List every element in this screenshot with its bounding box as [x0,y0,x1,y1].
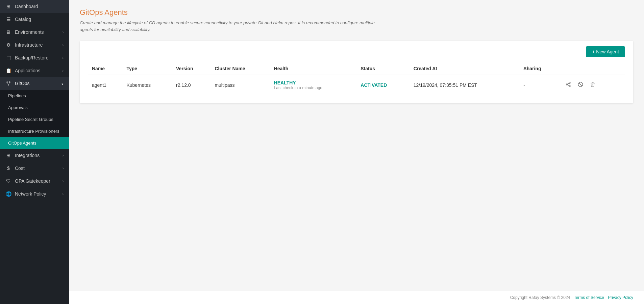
cell-created-at: 12/19/2024, 07:35:51 PM EST [410,75,520,95]
new-agent-button[interactable]: + New Agent [586,46,625,57]
svg-point-7 [569,85,570,86]
copyright-text: Copyright Rafay Systems © 2024 [510,295,570,300]
sidebar-item-applications[interactable]: 📋 Applications › [0,64,69,77]
sidebar-item-backup-restore[interactable]: ⬚ Backup/Restore › [0,51,69,64]
svg-line-3 [7,83,8,84]
svg-line-8 [568,85,569,86]
sidebar: ⊞ Dashboard ☰ Catalog 🖥 Environments › ⚙… [0,0,69,304]
cell-health: HEALTHY Last check-in a minute ago [270,75,357,95]
cell-type: Kubernetes [122,75,172,95]
network-icon: 🌐 [5,191,11,197]
col-header-cluster-name: Cluster Name [210,62,270,75]
sidebar-item-catalog[interactable]: ☰ Catalog [0,13,69,26]
sidebar-label-approvals: Approvals [8,105,64,110]
col-header-type: Type [122,62,172,75]
sidebar-label-pipeline-secret-groups: Pipeline Secret Groups [8,117,64,122]
health-status-label: HEALTHY [274,80,353,85]
delete-button[interactable] [587,80,598,90]
page-title: GitOps Agents [80,8,633,17]
svg-point-2 [8,84,9,85]
sidebar-item-dashboard[interactable]: ⊞ Dashboard [0,0,69,13]
sidebar-item-pipeline-secret-groups[interactable]: Pipeline Secret Groups [0,113,69,125]
chevron-right-icon: › [63,69,64,73]
cell-cluster-name: multipass [210,75,270,95]
chevron-right-icon: › [63,192,64,196]
col-header-created-at: Created At [410,62,520,75]
main-content: GitOps Agents Create and manage the life… [69,0,644,304]
share-button[interactable] [563,80,574,90]
content-area: GitOps Agents Create and manage the life… [69,0,644,291]
sidebar-item-network-policy[interactable]: 🌐 Network Policy › [0,187,69,200]
cell-version: r2.12.0 [172,75,210,95]
chevron-right-icon: › [63,30,64,34]
sidebar-item-environments[interactable]: 🖥 Environments › [0,26,69,39]
sidebar-label-infrastructure: Infrastructure [15,42,59,48]
col-header-version: Version [172,62,210,75]
col-header-status: Status [356,62,409,75]
col-header-health: Health [270,62,357,75]
cell-name: agent1 [88,75,122,95]
page-description: Create and manage the lifecycle of CD ag… [80,20,384,33]
sidebar-label-catalog: Catalog [15,17,64,22]
col-header-sharing: Sharing [519,62,559,75]
sidebar-item-approvals[interactable]: Approvals [0,102,69,113]
chevron-right-icon: › [63,154,64,157]
sharing-value: - [523,82,525,88]
sidebar-item-opa-gatekeeper[interactable]: 🛡 OPA Gatekeeper › [0,175,69,187]
cost-icon: $ [5,165,11,171]
svg-line-4 [8,83,10,84]
sidebar-item-cost[interactable]: $ Cost › [0,162,69,175]
table-header-row: Name Type Version Cluster Name Health St… [88,62,625,75]
health-sub-label: Last check-in a minute ago [274,85,353,90]
sidebar-label-gitops-agents: GitOps Agents [8,141,64,146]
col-header-actions [559,62,625,75]
svg-point-5 [569,82,570,83]
cell-row-actions [559,75,625,95]
svg-point-1 [9,82,10,83]
agents-table: Name Type Version Cluster Name Health St… [88,62,625,95]
disable-button[interactable] [575,80,586,90]
svg-point-0 [7,82,8,83]
sidebar-item-infrastructure[interactable]: ⚙ Infrastructure › [0,39,69,51]
chevron-right-icon: › [63,43,64,47]
dashboard-icon: ⊞ [5,3,11,9]
privacy-link[interactable]: Privacy Policy [608,295,633,300]
sidebar-item-gitops-agents[interactable]: GitOps Agents [0,137,69,149]
applications-icon: 📋 [5,68,11,74]
sidebar-label-pipelines: Pipelines [8,93,64,98]
chevron-right-icon: › [63,167,64,170]
sidebar-label-integrations: Integrations [15,153,59,158]
backup-icon: ⬚ [5,55,11,61]
gitops-submenu: Pipelines Approvals Pipeline Secret Grou… [0,90,69,149]
sidebar-item-gitops[interactable]: GitOps ∨ [0,77,69,90]
sidebar-label-infra-provisioners: Infrastructure Provisioners [8,129,64,134]
sidebar-label-applications: Applications [15,68,59,73]
infrastructure-icon: ⚙ [5,42,11,48]
sidebar-item-pipelines[interactable]: Pipelines [0,90,69,102]
svg-line-11 [579,83,582,86]
table-actions: + New Agent [88,46,625,57]
col-header-name: Name [88,62,122,75]
status-badge: ACTIVATED [361,82,387,88]
sidebar-item-integrations[interactable]: ⊞ Integrations › [0,149,69,162]
sidebar-item-infrastructure-provisioners[interactable]: Infrastructure Provisioners [0,125,69,137]
sidebar-label-environments: Environments [15,29,59,35]
chevron-right-icon: › [63,179,64,183]
sidebar-label-opa-gatekeeper: OPA Gatekeeper [15,178,59,184]
chevron-right-icon: › [63,56,64,60]
svg-point-6 [566,84,568,85]
sidebar-label-network-policy: Network Policy [15,191,59,197]
opa-icon: 🛡 [5,178,11,184]
integrations-icon: ⊞ [5,152,11,158]
terms-link[interactable]: Terms of Service [574,295,604,300]
sidebar-label-gitops: GitOps [15,81,58,86]
sidebar-label-cost: Cost [15,166,59,171]
cell-sharing: - [519,75,559,95]
agents-table-card: + New Agent Name Type Version Cluster Na… [80,41,633,103]
sidebar-label-dashboard: Dashboard [15,4,64,9]
table-row: agent1 Kubernetes r2.12.0 multipass HEAL… [88,75,625,95]
footer: Copyright Rafay Systems © 2024 Terms of … [69,291,644,304]
catalog-icon: ☰ [5,16,11,22]
sidebar-label-backup-restore: Backup/Restore [15,55,59,60]
gitops-icon [5,80,11,86]
